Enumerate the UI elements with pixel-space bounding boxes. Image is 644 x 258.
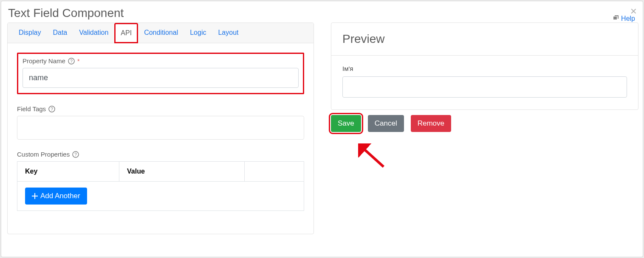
required-asterisk: * bbox=[77, 58, 79, 64]
tab-bar: Display Data Validation API Conditional … bbox=[8, 23, 314, 43]
custom-properties-label: Custom Properties ? bbox=[17, 151, 304, 158]
custom-properties-table: Key Value Add bbox=[17, 161, 304, 211]
field-tags-label: Field Tags ? bbox=[17, 105, 304, 112]
new-window-icon bbox=[613, 15, 619, 22]
annotation-arrow-icon bbox=[358, 143, 388, 169]
property-name-highlight: Property Name ? * bbox=[17, 53, 304, 94]
tab-logic[interactable]: Logic bbox=[184, 23, 212, 43]
save-button[interactable]: Save bbox=[331, 115, 361, 132]
tab-data[interactable]: Data bbox=[47, 23, 73, 43]
question-circle-icon[interactable]: ? bbox=[72, 151, 79, 158]
preview-title: Preview bbox=[342, 32, 627, 46]
column-header-key: Key bbox=[17, 162, 119, 182]
property-name-input[interactable] bbox=[23, 68, 299, 88]
action-row: Save Cancel Remove bbox=[331, 115, 638, 132]
column-header-value: Value bbox=[119, 162, 245, 182]
tab-layout[interactable]: Layout bbox=[212, 23, 244, 43]
remove-button[interactable]: Remove bbox=[411, 115, 451, 132]
component-settings-modal: Text Field Component × Help Display Data… bbox=[1, 1, 643, 257]
svg-text:?: ? bbox=[74, 152, 77, 157]
question-circle-icon[interactable]: ? bbox=[48, 106, 55, 112]
tab-display[interactable]: Display bbox=[13, 23, 47, 43]
property-name-label: Property Name ? * bbox=[23, 57, 299, 64]
preview-field-input[interactable] bbox=[342, 76, 627, 98]
preview-card: Preview Ім'я bbox=[331, 22, 638, 110]
help-link[interactable]: Help bbox=[613, 15, 635, 22]
svg-line-6 bbox=[362, 147, 384, 167]
tab-api-body: Property Name ? * Field Tags ? bbox=[8, 43, 314, 234]
cancel-button[interactable]: Cancel bbox=[368, 115, 404, 132]
tab-validation[interactable]: Validation bbox=[73, 23, 114, 43]
settings-card: Display Data Validation API Conditional … bbox=[7, 22, 314, 234]
add-another-button[interactable]: Add Another bbox=[25, 188, 87, 205]
plus-icon bbox=[32, 193, 38, 199]
svg-text:?: ? bbox=[70, 59, 73, 64]
tab-api[interactable]: API bbox=[114, 23, 138, 43]
modal-title: Text Field Component bbox=[1, 1, 643, 22]
preview-field-label: Ім'я bbox=[342, 65, 627, 72]
column-header-actions bbox=[245, 162, 304, 182]
svg-text:?: ? bbox=[51, 107, 53, 112]
question-circle-icon[interactable]: ? bbox=[68, 58, 75, 64]
field-tags-input[interactable] bbox=[17, 116, 304, 140]
tab-conditional[interactable]: Conditional bbox=[138, 23, 184, 43]
